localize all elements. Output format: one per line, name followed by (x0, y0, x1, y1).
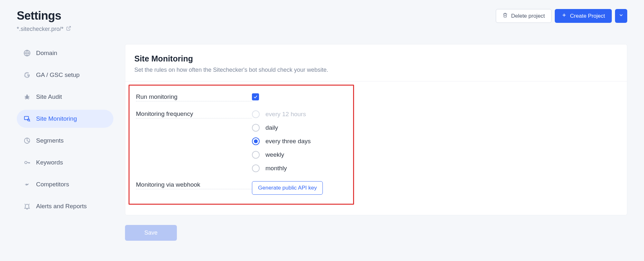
sidebar-item-label: Site Monitoring (36, 115, 77, 122)
generate-api-key-button[interactable]: Generate public API key (252, 181, 323, 195)
section-desc: Set the rules on how often the Sitecheck… (125, 67, 627, 73)
sidebar-item-label: Competitors (36, 181, 69, 188)
frequency-option-three-days[interactable]: every three days (252, 137, 347, 145)
bug-icon (23, 93, 31, 101)
frequency-option-12h: every 12 hours (252, 110, 347, 118)
sidebar-item-ga-gsc[interactable]: GA / GSC setup (17, 66, 113, 84)
svg-line-0 (68, 26, 71, 29)
radio-label: weekly (265, 151, 284, 158)
monitoring-settings-box: Run monitoring Monitoring frequency (129, 85, 354, 205)
sidebar-item-site-audit[interactable]: Site Audit (17, 88, 113, 106)
radio-label: daily (265, 124, 278, 131)
section-title: Site Monitoring (125, 54, 627, 63)
svg-line-12 (28, 99, 29, 99)
radio-icon (252, 164, 260, 172)
svg-line-21 (25, 204, 25, 205)
sidebar-item-competitors[interactable]: Competitors (17, 175, 113, 193)
chevron-down-icon (619, 13, 624, 19)
svg-point-5 (25, 95, 28, 99)
svg-line-22 (29, 204, 30, 205)
frequency-option-daily[interactable]: daily (252, 124, 347, 132)
run-monitoring-label: Run monitoring (136, 93, 252, 101)
sidebar-item-site-monitoring[interactable]: Site Monitoring (17, 110, 113, 128)
radio-icon (252, 151, 260, 159)
webhook-label: Monitoring via webhook (136, 181, 252, 189)
sidebar-item-domain[interactable]: Domain (17, 44, 113, 62)
svg-line-11 (25, 99, 26, 99)
create-project-label: Create Project (570, 13, 605, 19)
monitor-search-icon (23, 115, 31, 123)
frequency-option-weekly[interactable]: weekly (252, 151, 347, 159)
radio-label: every 12 hours (265, 111, 306, 118)
main-panel: Site Monitoring Set the rules on how oft… (125, 44, 627, 215)
sidebar-item-label: Domain (36, 50, 57, 57)
create-project-dropdown[interactable] (615, 9, 627, 23)
svg-line-8 (28, 96, 30, 97)
external-link-icon (66, 26, 71, 33)
sidebar-item-label: GA / GSC setup (36, 71, 80, 79)
page-title: Settings (17, 9, 71, 23)
sidebar-item-label: Segments (36, 137, 64, 144)
radio-label: every three days (265, 138, 311, 145)
radio-label: monthly (265, 165, 287, 172)
svg-point-17 (25, 161, 27, 163)
frequency-option-monthly[interactable]: monthly (252, 164, 347, 172)
google-icon (23, 71, 31, 79)
create-project-button[interactable]: Create Project (555, 9, 612, 23)
delete-project-button[interactable]: Delete project (496, 9, 552, 23)
sidebar-item-label: Site Audit (36, 93, 62, 100)
sidebar-item-segments[interactable]: Segments (17, 132, 113, 150)
run-monitoring-checkbox[interactable] (252, 93, 259, 100)
competitors-icon (23, 181, 31, 188)
svg-line-7 (25, 96, 26, 97)
settings-sidebar: Domain GA / GSC setup Site Audit Site Mo… (17, 44, 113, 219)
radio-icon (252, 124, 260, 132)
project-domain-link[interactable]: *.sitechecker.pro/* (17, 26, 71, 33)
delete-project-label: Delete project (511, 13, 545, 19)
divider (125, 81, 627, 81)
sidebar-item-keywords[interactable]: Keywords (17, 154, 113, 172)
key-icon (23, 159, 31, 166)
svg-line-10 (28, 98, 30, 98)
plus-icon (562, 13, 567, 19)
radio-icon (252, 137, 260, 145)
svg-point-6 (26, 94, 28, 96)
project-domain-text: *.sitechecker.pro/* (17, 26, 63, 33)
sidebar-item-label: Alerts and Reports (36, 203, 87, 210)
frequency-label: Monitoring frequency (136, 110, 252, 118)
sidebar-item-label: Keywords (36, 159, 63, 166)
radio-icon (252, 110, 260, 118)
trash-icon (503, 13, 508, 19)
pie-icon (23, 137, 31, 144)
frequency-radio-group: every 12 hours daily every three days (252, 110, 347, 172)
bell-icon (23, 202, 31, 210)
svg-line-15 (29, 121, 30, 121)
svg-line-9 (25, 98, 26, 98)
globe-icon (23, 49, 31, 57)
save-button[interactable]: Save (125, 225, 177, 241)
sidebar-item-alerts[interactable]: Alerts and Reports (17, 197, 113, 215)
